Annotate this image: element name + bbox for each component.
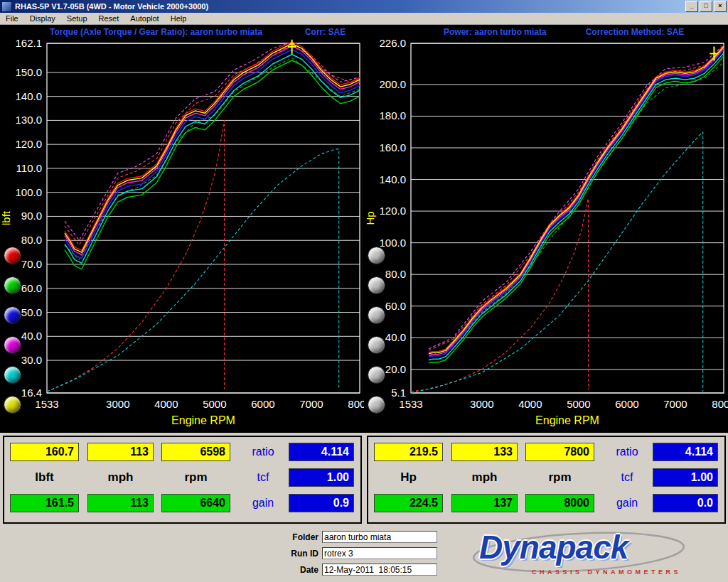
close-button[interactable]: × bbox=[714, 1, 727, 12]
power-gain-label: gain bbox=[606, 494, 648, 512]
folder-input[interactable] bbox=[322, 531, 437, 543]
maximize-button[interactable]: □ bbox=[700, 1, 712, 12]
torque-correction-label: Corr: SAE bbox=[305, 27, 346, 37]
power-correction-label: Correction Method: SAE bbox=[586, 27, 685, 37]
run-button-4[interactable] bbox=[368, 336, 385, 354]
power-gain-value-box: 0.0 bbox=[653, 494, 718, 512]
power-rpm-unit-label: rpm bbox=[525, 468, 594, 487]
torque-chart-panel: Torque (Axle Torque / Gear Ratio): aaron… bbox=[0, 25, 364, 433]
svg-text:120.0: 120.0 bbox=[15, 138, 42, 150]
svg-text:6000: 6000 bbox=[251, 398, 274, 410]
run-button-yellow[interactable] bbox=[4, 396, 21, 414]
svg-text:8000: 8000 bbox=[348, 398, 364, 410]
svg-text:4000: 4000 bbox=[154, 398, 178, 410]
torque-unit-label: lbft bbox=[10, 468, 79, 487]
run-button-green[interactable] bbox=[4, 276, 21, 294]
torque-tcf-label: tcf bbox=[242, 468, 284, 487]
svg-text:70.0: 70.0 bbox=[21, 258, 42, 270]
run-id-field-row: Run ID bbox=[286, 547, 437, 559]
power-run-select-column bbox=[368, 247, 385, 414]
folder-label: Folder bbox=[286, 532, 318, 542]
menu-item-reset[interactable]: Reset bbox=[93, 14, 125, 23]
power-chart-title: Power: aaron turbo miata bbox=[444, 27, 547, 37]
run-button-magenta[interactable] bbox=[4, 336, 21, 354]
svg-text:16.4: 16.4 bbox=[21, 387, 42, 399]
power-peak-value-box: 224.5 bbox=[374, 494, 443, 512]
chart-region: Torque (Axle Torque / Gear Ratio): aaron… bbox=[0, 25, 728, 433]
footer: Folder Run ID Date Dynapack CHASSIS DYNA… bbox=[0, 524, 728, 582]
torque-peak-speed-box: 113 bbox=[87, 494, 154, 512]
run-id-label: Run ID bbox=[286, 549, 318, 559]
run-button-3[interactable] bbox=[368, 306, 385, 324]
torque-cursor-value-box: 160.7 bbox=[10, 443, 79, 461]
torque-ratio-label: ratio bbox=[242, 443, 284, 461]
run-button-2[interactable] bbox=[368, 276, 385, 294]
torque-peak-rpm-box: 6640 bbox=[161, 494, 230, 512]
menu-item-setup[interactable]: Setup bbox=[61, 14, 93, 23]
power-tcf-label: tcf bbox=[606, 468, 648, 487]
torque-run-select-column bbox=[4, 247, 21, 414]
window-controls: _ □ × bbox=[685, 1, 727, 12]
svg-text:120.0: 120.0 bbox=[379, 205, 406, 217]
svg-text:40.0: 40.0 bbox=[385, 331, 406, 343]
power-chart[interactable]: 226.0200.0180.0160.0140.0120.0100.080.06… bbox=[364, 39, 728, 433]
title-bar[interactable]: RHAS-5P V1.7-05B (4WD - Motor Vehicle 20… bbox=[0, 0, 728, 13]
power-ratio-label: ratio bbox=[606, 443, 648, 461]
power-readout-panel: 219.5 133 7800 ratio 4.114 Hp mph rpm tc… bbox=[367, 436, 726, 524]
power-unit-label: Hp bbox=[374, 468, 443, 487]
power-cursor-speed-box: 133 bbox=[451, 443, 518, 461]
torque-speed-unit-label: mph bbox=[87, 468, 154, 487]
svg-text:1533: 1533 bbox=[35, 398, 58, 410]
date-field-row: Date bbox=[286, 564, 437, 576]
svg-text:110.0: 110.0 bbox=[16, 162, 42, 174]
svg-text:lbft: lbft bbox=[0, 210, 12, 225]
svg-text:5.1: 5.1 bbox=[391, 387, 406, 399]
svg-text:Engine RPM: Engine RPM bbox=[535, 414, 599, 426]
svg-text:150.0: 150.0 bbox=[15, 66, 42, 78]
torque-gain-value-box: 0.9 bbox=[289, 494, 354, 512]
power-cursor-rpm-box: 7800 bbox=[525, 443, 594, 461]
run-button-1[interactable] bbox=[368, 247, 385, 264]
app-window: RHAS-5P V1.7-05B (4WD - Motor Vehicle 20… bbox=[0, 0, 728, 582]
torque-chart-header: Torque (Axle Torque / Gear Ratio): aaron… bbox=[0, 25, 364, 39]
svg-text:90.0: 90.0 bbox=[21, 210, 42, 222]
run-button-red[interactable] bbox=[4, 247, 21, 264]
svg-text:60.0: 60.0 bbox=[21, 282, 42, 294]
svg-text:160.0: 160.0 bbox=[379, 141, 406, 153]
torque-rpm-unit-label: rpm bbox=[161, 468, 230, 487]
run-button-6[interactable] bbox=[368, 396, 385, 414]
torque-ratio-value-box: 4.114 bbox=[289, 443, 354, 461]
run-id-input[interactable] bbox=[322, 547, 437, 559]
app-icon bbox=[1, 1, 12, 12]
svg-text:5000: 5000 bbox=[203, 398, 226, 410]
run-button-5[interactable] bbox=[368, 366, 385, 384]
svg-text:7000: 7000 bbox=[663, 398, 687, 410]
minimize-button[interactable]: _ bbox=[685, 1, 698, 12]
svg-text:8000: 8000 bbox=[712, 398, 728, 410]
run-button-cyan[interactable] bbox=[4, 366, 21, 384]
svg-text:30.0: 30.0 bbox=[21, 354, 42, 366]
menu-item-autoplot[interactable]: Autoplot bbox=[124, 14, 164, 23]
power-ratio-value-box: 4.114 bbox=[653, 443, 718, 461]
power-peak-speed-box: 137 bbox=[451, 494, 518, 512]
torque-peak-value-box: 161.5 bbox=[10, 494, 79, 512]
svg-text:162.1: 162.1 bbox=[15, 39, 42, 49]
svg-text:200.0: 200.0 bbox=[379, 78, 406, 90]
svg-text:40.0: 40.0 bbox=[21, 330, 42, 342]
run-button-blue[interactable] bbox=[4, 306, 21, 324]
svg-text:60.0: 60.0 bbox=[385, 300, 406, 312]
svg-text:5000: 5000 bbox=[567, 398, 590, 410]
svg-text:Hp: Hp bbox=[364, 211, 376, 225]
torque-readout-panel: 160.7 113 6598 ratio 4.114 lbft mph rpm … bbox=[3, 436, 362, 524]
menu-item-display[interactable]: Display bbox=[24, 14, 61, 23]
svg-text:140.0: 140.0 bbox=[379, 173, 406, 185]
menu-item-file[interactable]: File bbox=[0, 14, 24, 23]
date-input[interactable] bbox=[322, 564, 437, 576]
svg-text:50.0: 50.0 bbox=[21, 306, 42, 318]
svg-text:140.0: 140.0 bbox=[15, 90, 42, 102]
svg-text:3000: 3000 bbox=[470, 398, 493, 410]
menu-item-help[interactable]: Help bbox=[165, 14, 193, 23]
torque-chart[interactable]: 162.1150.0140.0130.0120.0110.0100.090.08… bbox=[0, 39, 364, 433]
torque-tcf-value-box: 1.00 bbox=[289, 468, 354, 487]
power-speed-unit-label: mph bbox=[451, 468, 518, 487]
